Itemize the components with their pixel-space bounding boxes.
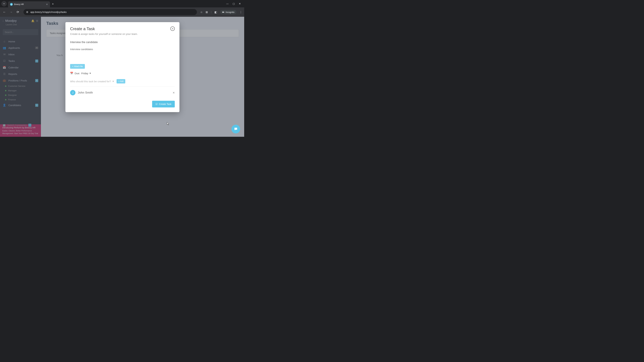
side-panel-icon[interactable]: ◧ [214,10,217,14]
tab-favicon: ● [10,3,13,6]
maximize-button[interactable]: ▢ [232,2,235,5]
site-settings-icon[interactable]: ⚙ [26,11,28,13]
caret-down-icon: ▾ [112,80,114,83]
menu-icon[interactable]: ⋮ [240,10,242,14]
add-assignee-button[interactable]: + Add [116,79,125,83]
tab-search-button[interactable] [1,1,7,6]
assignee-name: John Smith [78,91,93,94]
browser-tab[interactable]: ● Breezy HR ✕ [8,1,50,7]
address-bar[interactable]: ⚙ app.breezy.hr/app/c/moodjoy/tasks [24,9,197,15]
plus-icon: + [118,80,120,82]
remove-assignee-button[interactable]: ✕ [172,91,175,94]
browser-tab-strip: ● Breezy HR ✕ + — ▢ ✕ [0,0,244,7]
plus-icon: + [72,65,73,67]
task-description-input[interactable]: Interview candidates [70,46,175,64]
reload-button[interactable]: ⟳ [16,10,20,14]
create-task-button[interactable]: ☑ Create Task [152,101,175,107]
url-text: app.breezy.hr/app/c/moodjoy/tasks [30,11,66,13]
minimize-button[interactable]: — [226,2,228,5]
incognito-icon: 🕶 [222,11,224,13]
new-tab-button[interactable]: + [52,2,54,6]
caret-down-icon: ▾ [90,72,91,75]
close-button[interactable]: ✕ [239,2,241,5]
back-button[interactable]: ← [2,10,7,14]
forward-button[interactable]: → [9,10,14,14]
modal-subtitle: Create & assign tasks for yourself or so… [66,32,180,38]
task-title-input[interactable]: Interview the candidate [70,38,175,46]
incognito-badge[interactable]: 🕶 Incognito [220,10,236,14]
window-controls: — ▢ ✕ [226,2,243,5]
tab-title: Breezy HR [14,3,44,5]
due-date-dropdown[interactable]: 📅 Due: Friday ▾ [70,69,175,78]
chat-widget-button[interactable] [232,125,240,133]
assignee-dropdown[interactable]: Who should this task be created for? ▾ [70,80,114,83]
assignee-row: J John Smith ✕ [70,86,175,99]
modal-title: Create a Task [70,26,95,31]
avatar: J [70,90,76,95]
browser-toolbar: ← → ⟳ ⚙ app.breezy.hr/app/c/moodjoy/task… [0,7,244,17]
calendar-icon: 📅 [70,72,73,75]
extensions-icon[interactable]: ⊞ [206,10,208,14]
attach-file-button[interactable]: + Attach file [70,64,85,69]
tab-close-button[interactable]: ✕ [46,3,48,6]
check-icon: ☑ [156,103,158,105]
bookmark-icon[interactable]: ☆ [200,10,202,14]
close-icon[interactable]: ✕ [170,26,175,31]
create-task-modal: Create a Task ✕ Create & assign tasks fo… [66,22,180,112]
